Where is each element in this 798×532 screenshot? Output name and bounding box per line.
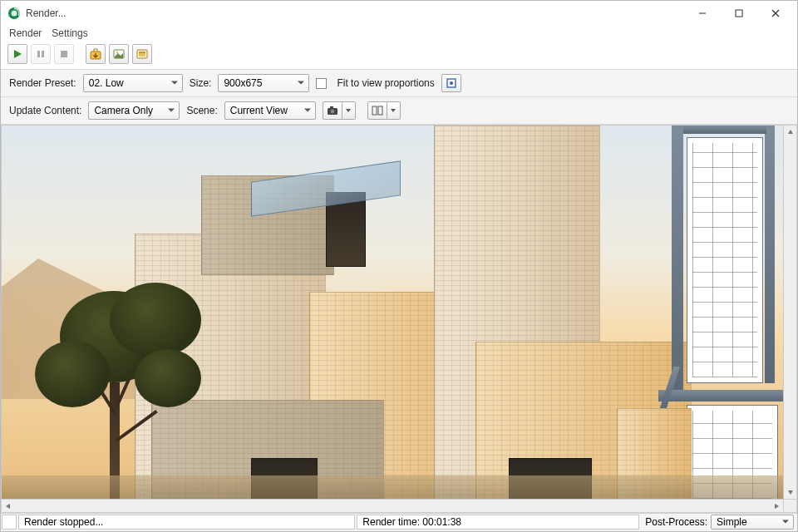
pick-size-button[interactable] — [441, 74, 461, 92]
svg-rect-19 — [330, 106, 333, 109]
svg-marker-24 — [391, 109, 396, 112]
svg-marker-25 — [788, 130, 793, 134]
fit-checkbox[interactable] — [316, 77, 330, 89]
update-content-value: Camera Only — [94, 105, 153, 116]
menubar: Render Settings — [1, 26, 797, 42]
stop-button[interactable] — [54, 44, 74, 64]
control-row-preset: Render Preset: 02. Low Size: 900x675 Fit… — [1, 70, 797, 97]
titlebar: Render... — [1, 1, 797, 26]
control-row-update: Update Content: Camera Only Scene: Curre… — [1, 97, 797, 125]
svg-point-1 — [12, 11, 17, 17]
render-scene — [2, 126, 783, 499]
svg-marker-26 — [788, 490, 793, 495]
svg-point-12 — [116, 52, 119, 54]
size-label: Size: — [190, 77, 212, 89]
fit-label: Fit to view proportions — [337, 77, 434, 89]
svg-marker-28 — [775, 504, 779, 509]
compare-button[interactable] — [367, 101, 387, 120]
scene-label: Scene: — [186, 105, 217, 116]
save-image-button[interactable] — [86, 44, 106, 64]
size-value: 900x675 — [224, 77, 262, 89]
status-message: Render stopped... — [18, 515, 355, 530]
scene-value: Current View — [230, 105, 288, 116]
render-preset-value: 02. Low — [89, 77, 124, 89]
window-title: Render... — [26, 7, 684, 19]
camera-dropdown[interactable] — [342, 101, 356, 120]
scroll-up-icon — [784, 126, 796, 139]
render-preset-label: Render Preset: — [9, 77, 76, 89]
close-button[interactable] — [757, 1, 794, 26]
scene-select[interactable]: Current View — [224, 101, 316, 120]
toolbar — [1, 42, 797, 70]
play-button[interactable] — [7, 44, 27, 64]
post-process-value: Simple — [717, 516, 747, 528]
svg-rect-22 — [372, 106, 377, 115]
vertical-scrollbar[interactable] — [784, 125, 797, 500]
scroll-right-icon — [770, 500, 783, 512]
minimize-button[interactable] — [684, 1, 721, 26]
svg-rect-7 — [37, 51, 40, 57]
svg-marker-27 — [6, 504, 10, 509]
compare-dropdown[interactable] — [387, 101, 401, 120]
svg-point-17 — [450, 81, 453, 85]
menu-render[interactable]: Render — [9, 27, 42, 39]
svg-marker-21 — [346, 109, 351, 112]
svg-point-20 — [330, 110, 334, 114]
status-render-time: Render time: 00:01:38 — [357, 515, 639, 530]
save-hdr-button[interactable] — [132, 44, 152, 64]
svg-rect-23 — [378, 106, 382, 115]
statusbar: Render stopped... Render time: 00:01:38 … — [1, 513, 797, 531]
scroll-left-icon — [2, 500, 15, 512]
maximize-button[interactable] — [721, 1, 757, 26]
svg-rect-3 — [736, 10, 742, 17]
app-icon — [7, 7, 21, 20]
viewport-area — [1, 125, 797, 500]
update-content-select[interactable]: Camera Only — [88, 101, 180, 120]
render-preset-select[interactable]: 02. Low — [83, 74, 183, 92]
checkbox-icon — [316, 78, 327, 89]
svg-rect-15 — [139, 52, 145, 53]
svg-rect-9 — [61, 51, 67, 57]
horizontal-scrollbar[interactable] — [1, 500, 797, 513]
size-select[interactable]: 900x675 — [218, 74, 309, 92]
pause-button[interactable] — [31, 44, 51, 64]
status-icon-cell — [2, 515, 17, 530]
svg-marker-6 — [14, 50, 22, 58]
camera-button[interactable] — [323, 101, 342, 120]
save-ldr-button[interactable] — [109, 44, 129, 64]
svg-rect-8 — [42, 51, 44, 57]
update-content-label: Update Content: — [9, 105, 81, 116]
render-viewport[interactable] — [1, 125, 784, 500]
menu-settings[interactable]: Settings — [52, 27, 87, 39]
post-process-label: Post-Process: — [640, 514, 711, 531]
scroll-down-icon — [784, 485, 796, 499]
post-process-select[interactable]: Simple — [711, 515, 794, 530]
